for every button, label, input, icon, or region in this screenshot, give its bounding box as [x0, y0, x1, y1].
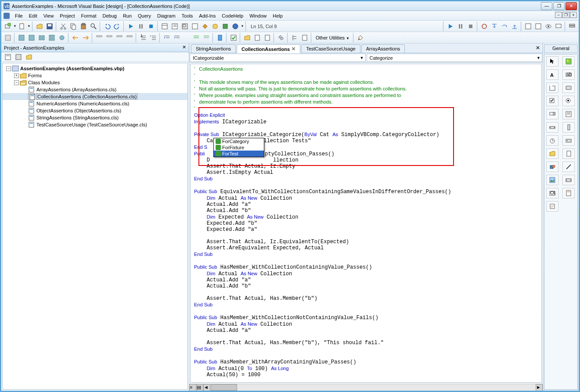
- properties-button[interactable]: [170, 22, 180, 31]
- undo-button[interactable]: [102, 22, 112, 31]
- call-stack-button[interactable]: [567, 22, 577, 31]
- bullet-button[interactable]: [148, 33, 158, 43]
- minimize-button[interactable]: —: [541, 2, 552, 10]
- intellisense-item[interactable]: ForCategory: [214, 138, 264, 144]
- step-over-button[interactable]: [500, 22, 509, 31]
- step-out-button[interactable]: [510, 22, 519, 31]
- data-view-button[interactable]: [210, 22, 220, 31]
- code-content[interactable]: ' CollectionAssertions ' ' This module s…: [191, 64, 541, 383]
- toggle-folders-button[interactable]: [24, 52, 34, 62]
- save-button[interactable]: [45, 22, 54, 31]
- check-button[interactable]: [229, 33, 238, 43]
- dirlistbox-tool[interactable]: [546, 148, 558, 159]
- hscrollbar-tool[interactable]: [546, 122, 558, 133]
- view-full-module-button[interactable]: ≡: [189, 384, 196, 391]
- toolbar-button[interactable]: [57, 33, 67, 43]
- other-utilities-dropdown[interactable]: Other Utilities ▼: [313, 34, 352, 42]
- breakpoint-button[interactable]: [479, 22, 489, 31]
- vb-editor-button[interactable]: [231, 22, 240, 31]
- line-tool[interactable]: [562, 162, 575, 172]
- data-tool[interactable]: [562, 175, 575, 185]
- view-code-button[interactable]: [3, 52, 13, 62]
- watch-button[interactable]: [544, 22, 553, 31]
- close-button[interactable]: ✕: [566, 2, 577, 10]
- menu-addins[interactable]: Add-Ins: [196, 12, 219, 20]
- find-button[interactable]: [89, 22, 98, 31]
- expand-icon[interactable]: +: [14, 73, 19, 78]
- indent-button[interactable]: [172, 33, 182, 43]
- component-button[interactable]: [220, 22, 230, 31]
- menu-debug[interactable]: Debug: [99, 12, 119, 20]
- tabbar-close-button[interactable]: ✕: [536, 45, 540, 51]
- module-node[interactable]: ArrayAssertions (ArrayAssertions.cls): [3, 86, 187, 93]
- tree-button[interactable]: [290, 33, 299, 43]
- procedure-combo[interactable]: Categorize▼: [367, 54, 543, 62]
- collapse-icon[interactable]: −: [6, 66, 11, 71]
- forms-folder-node[interactable]: + Forms: [3, 72, 187, 79]
- link-button[interactable]: [276, 33, 286, 43]
- comment-button[interactable]: [191, 33, 201, 43]
- view-procedure-button[interactable]: ▤: [196, 384, 203, 391]
- module-node[interactable]: NumericAssertions (NumericAssertions.cls…: [3, 100, 187, 107]
- class-button[interactable]: [263, 33, 272, 43]
- tab-stringassertions[interactable]: StringAssertions: [191, 44, 236, 53]
- pointer-tool[interactable]: [546, 56, 558, 67]
- tab-arrayassertions[interactable]: ArrayAssertions: [361, 44, 405, 53]
- label-tool[interactable]: A: [546, 69, 558, 80]
- add-item-button[interactable]: *: [17, 22, 27, 31]
- toolbar-button[interactable]: [37, 33, 47, 43]
- dropdown-icon[interactable]: ▼: [27, 24, 31, 28]
- toolbar-button[interactable]: [81, 33, 90, 43]
- bookmark-button[interactable]: [215, 33, 225, 43]
- open-button[interactable]: [35, 22, 44, 31]
- module-node[interactable]: StringAssertions (StringAssertions.cls): [3, 114, 187, 121]
- toolbar-button[interactable]: [125, 33, 134, 43]
- scroll-thumb[interactable]: [211, 384, 237, 391]
- custom-tool[interactable]: [546, 201, 558, 212]
- menu-codehelp[interactable]: CodeHelp: [219, 12, 246, 20]
- menu-help[interactable]: Help: [270, 12, 286, 20]
- menu-tools[interactable]: Tools: [179, 12, 196, 20]
- view-object-button[interactable]: [14, 52, 23, 62]
- start-button[interactable]: [126, 22, 136, 31]
- collapse-icon[interactable]: −: [14, 80, 19, 85]
- module-node[interactable]: TestCaseSourceUsage (TestCaseSourceUsage…: [3, 121, 187, 128]
- toolbox-header[interactable]: General: [544, 44, 578, 53]
- toolbox-button[interactable]: [200, 22, 210, 31]
- dropdown-icon[interactable]: ▼: [13, 24, 17, 28]
- module-node-selected[interactable]: CollectionAssertions (CollectionAssertio…: [3, 93, 187, 100]
- scroll-left-button[interactable]: ◄: [203, 384, 210, 391]
- listbox-tool[interactable]: [562, 109, 575, 119]
- intellisense-popup[interactable]: ForCategory ForFixture ForTest: [213, 138, 264, 157]
- doc-button[interactable]: [300, 33, 310, 43]
- ole-tool[interactable]: OLE: [546, 188, 558, 198]
- menu-query[interactable]: Query: [135, 12, 154, 20]
- end-button[interactable]: [146, 22, 156, 31]
- menu-edit[interactable]: Edit: [26, 12, 40, 20]
- paste-button[interactable]: [79, 22, 88, 31]
- horizontal-scrollbar[interactable]: ≡ ▤ ◄ ►: [189, 384, 543, 391]
- frame-tool[interactable]: [546, 83, 558, 93]
- toolbar-button[interactable]: [104, 33, 114, 43]
- cut-button[interactable]: [58, 22, 68, 31]
- step-into-button[interactable]: [490, 22, 499, 31]
- mdi-close-button[interactable]: ×: [570, 12, 577, 18]
- module-node[interactable]: ObjectAssertions (ObjectAssertions.cls): [3, 107, 187, 114]
- scroll-right-button[interactable]: ►: [536, 384, 543, 391]
- object-browser-button[interactable]: [190, 22, 200, 31]
- locals-button[interactable]: [523, 22, 533, 31]
- toolbar-button[interactable]: [47, 33, 57, 43]
- intellisense-item[interactable]: ForFixture: [214, 144, 264, 151]
- menu-diagram[interactable]: Diagram: [154, 12, 179, 20]
- vscrollbar-tool[interactable]: [562, 122, 575, 133]
- drivelistbox-tool[interactable]: [562, 135, 575, 146]
- dropdown-icon[interactable]: ▼: [241, 24, 244, 28]
- debug-start-button[interactable]: [446, 22, 455, 31]
- object-combo[interactable]: ICategorizable▼: [190, 54, 366, 62]
- debug-end-button[interactable]: [466, 22, 476, 31]
- project-tree[interactable]: − AssertionExamples (AssertionExamples.v…: [2, 63, 188, 390]
- toolbar-button[interactable]: [94, 33, 104, 43]
- panel-close-button[interactable]: ✕: [181, 44, 187, 50]
- list-button[interactable]: 1: [138, 33, 148, 43]
- tab-collectionassertions[interactable]: CollectionAssertions✕: [237, 44, 300, 53]
